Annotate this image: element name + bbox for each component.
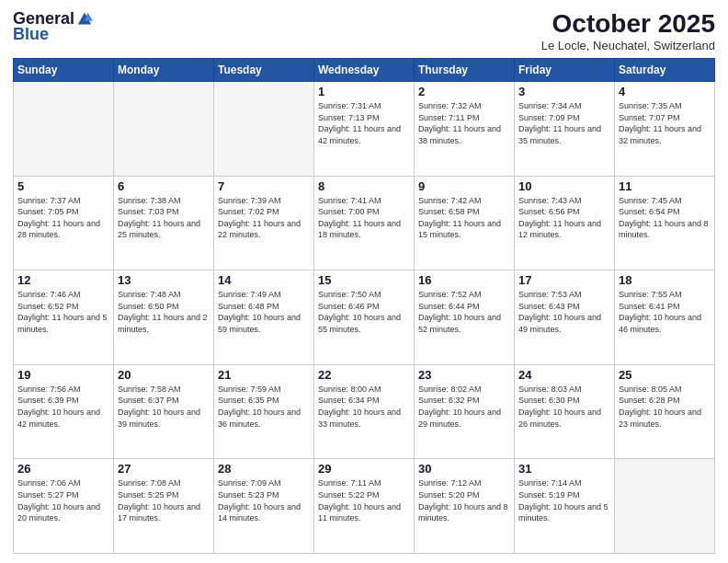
day-number: 18 — [619, 273, 711, 287]
day-number: 3 — [518, 85, 610, 98]
day-cell: 22Sunrise: 8:00 AM Sunset: 6:34 PM Dayli… — [314, 364, 415, 459]
day-info: Sunrise: 7:37 AM Sunset: 7:05 PM Dayligh… — [17, 195, 109, 241]
day-cell: 3Sunrise: 7:34 AM Sunset: 7:09 PM Daylig… — [515, 82, 615, 177]
month-title: October 2025 — [541, 9, 715, 39]
day-number: 23 — [418, 368, 510, 382]
day-info: Sunrise: 7:59 AM Sunset: 6:35 PM Dayligh… — [218, 384, 310, 430]
day-cell: 16Sunrise: 7:52 AM Sunset: 6:44 PM Dayli… — [415, 270, 515, 365]
header-monday: Monday — [114, 59, 214, 82]
day-cell: 25Sunrise: 8:05 AM Sunset: 6:28 PM Dayli… — [615, 364, 715, 459]
day-cell: 5Sunrise: 7:37 AM Sunset: 7:05 PM Daylig… — [14, 176, 114, 270]
day-cell — [114, 82, 214, 177]
day-number: 5 — [17, 179, 109, 193]
week-row-4: 19Sunrise: 7:56 AM Sunset: 6:39 PM Dayli… — [14, 364, 715, 459]
day-number: 25 — [619, 368, 711, 382]
day-number: 22 — [318, 368, 410, 382]
calendar-table: Sunday Monday Tuesday Wednesday Thursday… — [13, 58, 715, 554]
day-info: Sunrise: 7:50 AM Sunset: 6:46 PM Dayligh… — [318, 289, 410, 335]
header-tuesday: Tuesday — [214, 59, 314, 82]
day-info: Sunrise: 8:00 AM Sunset: 6:34 PM Dayligh… — [318, 384, 410, 430]
day-info: Sunrise: 8:02 AM Sunset: 6:32 PM Dayligh… — [418, 384, 510, 430]
day-cell: 12Sunrise: 7:46 AM Sunset: 6:52 PM Dayli… — [14, 270, 114, 365]
day-number: 14 — [218, 273, 310, 287]
day-number: 15 — [318, 273, 410, 287]
day-info: Sunrise: 7:39 AM Sunset: 7:02 PM Dayligh… — [218, 195, 310, 241]
day-cell: 19Sunrise: 7:56 AM Sunset: 6:39 PM Dayli… — [14, 364, 114, 459]
logo: General Blue — [13, 9, 93, 44]
title-block: October 2025 Le Locle, Neuchatel, Switze… — [541, 9, 715, 52]
day-cell: 29Sunrise: 7:11 AM Sunset: 5:22 PM Dayli… — [314, 459, 415, 554]
day-cell: 18Sunrise: 7:55 AM Sunset: 6:41 PM Dayli… — [615, 270, 715, 365]
day-info: Sunrise: 7:48 AM Sunset: 6:50 PM Dayligh… — [118, 289, 210, 335]
day-number: 4 — [619, 85, 711, 98]
day-info: Sunrise: 7:32 AM Sunset: 7:11 PM Dayligh… — [418, 100, 510, 146]
day-cell: 1Sunrise: 7:31 AM Sunset: 7:13 PM Daylig… — [314, 82, 415, 177]
day-info: Sunrise: 7:55 AM Sunset: 6:41 PM Dayligh… — [619, 289, 711, 335]
day-number: 24 — [518, 368, 610, 382]
week-row-3: 12Sunrise: 7:46 AM Sunset: 6:52 PM Dayli… — [14, 270, 715, 365]
day-cell: 15Sunrise: 7:50 AM Sunset: 6:46 PM Dayli… — [314, 270, 415, 365]
day-cell: 26Sunrise: 7:06 AM Sunset: 5:27 PM Dayli… — [14, 459, 114, 554]
header-saturday: Saturday — [615, 59, 715, 82]
day-info: Sunrise: 7:09 AM Sunset: 5:23 PM Dayligh… — [218, 477, 310, 523]
day-info: Sunrise: 7:06 AM Sunset: 5:27 PM Dayligh… — [17, 477, 109, 523]
day-info: Sunrise: 7:35 AM Sunset: 7:07 PM Dayligh… — [619, 100, 711, 146]
logo-icon — [76, 11, 93, 28]
day-info: Sunrise: 7:43 AM Sunset: 6:56 PM Dayligh… — [518, 195, 610, 241]
day-cell — [14, 82, 114, 177]
day-info: Sunrise: 7:12 AM Sunset: 5:20 PM Dayligh… — [418, 477, 510, 523]
day-cell: 4Sunrise: 7:35 AM Sunset: 7:07 PM Daylig… — [615, 82, 715, 177]
day-number: 9 — [418, 179, 510, 193]
day-cell: 10Sunrise: 7:43 AM Sunset: 6:56 PM Dayli… — [515, 176, 615, 270]
day-cell: 7Sunrise: 7:39 AM Sunset: 7:02 PM Daylig… — [214, 176, 314, 270]
day-number: 12 — [17, 273, 109, 287]
day-cell: 14Sunrise: 7:49 AM Sunset: 6:48 PM Dayli… — [214, 270, 314, 365]
day-info: Sunrise: 7:38 AM Sunset: 7:03 PM Dayligh… — [118, 195, 210, 241]
page-header: General Blue October 2025 Le Locle, Neuc… — [13, 9, 715, 52]
day-cell: 24Sunrise: 8:03 AM Sunset: 6:30 PM Dayli… — [515, 364, 615, 459]
day-info: Sunrise: 7:49 AM Sunset: 6:48 PM Dayligh… — [218, 289, 310, 335]
day-number: 1 — [318, 85, 410, 98]
day-cell: 21Sunrise: 7:59 AM Sunset: 6:35 PM Dayli… — [214, 364, 314, 459]
day-number: 7 — [218, 179, 310, 193]
location: Le Locle, Neuchatel, Switzerland — [541, 39, 715, 52]
day-number: 16 — [418, 273, 510, 287]
header-wednesday: Wednesday — [314, 59, 415, 82]
day-info: Sunrise: 7:31 AM Sunset: 7:13 PM Dayligh… — [318, 100, 410, 146]
header-friday: Friday — [515, 59, 615, 82]
day-number: 19 — [17, 368, 109, 382]
day-number: 8 — [318, 179, 410, 193]
day-info: Sunrise: 7:53 AM Sunset: 6:43 PM Dayligh… — [518, 289, 610, 335]
day-cell — [615, 459, 715, 554]
day-number: 10 — [518, 179, 610, 193]
day-info: Sunrise: 7:46 AM Sunset: 6:52 PM Dayligh… — [17, 289, 109, 335]
day-number: 20 — [118, 368, 210, 382]
week-row-2: 5Sunrise: 7:37 AM Sunset: 7:05 PM Daylig… — [14, 176, 715, 270]
day-cell: 30Sunrise: 7:12 AM Sunset: 5:20 PM Dayli… — [415, 459, 515, 554]
day-number: 6 — [118, 179, 210, 193]
week-row-5: 26Sunrise: 7:06 AM Sunset: 5:27 PM Dayli… — [14, 459, 715, 554]
header-thursday: Thursday — [415, 59, 515, 82]
day-cell: 11Sunrise: 7:45 AM Sunset: 6:54 PM Dayli… — [615, 176, 715, 270]
day-number: 13 — [118, 273, 210, 287]
day-number: 17 — [518, 273, 610, 287]
day-info: Sunrise: 8:05 AM Sunset: 6:28 PM Dayligh… — [619, 384, 711, 430]
day-cell: 2Sunrise: 7:32 AM Sunset: 7:11 PM Daylig… — [415, 82, 515, 177]
day-cell: 13Sunrise: 7:48 AM Sunset: 6:50 PM Dayli… — [114, 270, 214, 365]
day-info: Sunrise: 7:14 AM Sunset: 5:19 PM Dayligh… — [518, 477, 610, 523]
day-cell — [214, 82, 314, 177]
day-info: Sunrise: 7:45 AM Sunset: 6:54 PM Dayligh… — [619, 195, 711, 241]
day-cell: 20Sunrise: 7:58 AM Sunset: 6:37 PM Dayli… — [114, 364, 214, 459]
week-row-1: 1Sunrise: 7:31 AM Sunset: 7:13 PM Daylig… — [14, 82, 715, 177]
day-cell: 9Sunrise: 7:42 AM Sunset: 6:58 PM Daylig… — [415, 176, 515, 270]
day-cell: 17Sunrise: 7:53 AM Sunset: 6:43 PM Dayli… — [515, 270, 615, 365]
day-info: Sunrise: 7:34 AM Sunset: 7:09 PM Dayligh… — [518, 100, 610, 146]
day-info: Sunrise: 7:58 AM Sunset: 6:37 PM Dayligh… — [118, 384, 210, 430]
day-cell: 28Sunrise: 7:09 AM Sunset: 5:23 PM Dayli… — [214, 459, 314, 554]
day-info: Sunrise: 7:08 AM Sunset: 5:25 PM Dayligh… — [118, 477, 210, 523]
day-info: Sunrise: 7:42 AM Sunset: 6:58 PM Dayligh… — [418, 195, 510, 241]
weekday-header-row: Sunday Monday Tuesday Wednesday Thursday… — [14, 59, 715, 82]
day-number: 28 — [218, 462, 310, 476]
day-number: 11 — [619, 179, 711, 193]
day-info: Sunrise: 7:41 AM Sunset: 7:00 PM Dayligh… — [318, 195, 410, 241]
